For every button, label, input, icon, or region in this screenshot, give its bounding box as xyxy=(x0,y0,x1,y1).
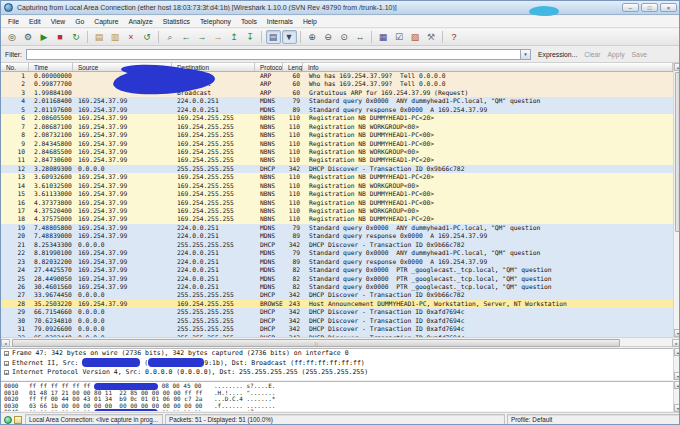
apply-button[interactable]: Apply xyxy=(608,51,625,58)
packet-row[interactable]: 10.00000000BroadcastARP60Who has 169.254… xyxy=(1,72,673,80)
preferences-icon[interactable]: ⚒ xyxy=(424,30,439,44)
resize-columns-icon[interactable]: ↔ xyxy=(353,30,368,44)
scroll-up-icon[interactable]: ▴ xyxy=(674,381,680,389)
detail-line[interactable]: +Internet Protocol Version 4, Src: 0.0.0… xyxy=(1,368,673,378)
packet-row[interactable]: 3070.62348100.0.0.0255.255.255.255DHCP34… xyxy=(1,317,673,325)
restore-button[interactable]: □ xyxy=(641,3,658,12)
packet-row[interactable]: 218.253433000.0.0.0255.255.255.255DHCP34… xyxy=(1,241,673,249)
packet-row[interactable]: 20.99877700BroadcastARP60Who has 169.254… xyxy=(1,80,673,88)
scrollbar-thumb[interactable] xyxy=(675,72,680,232)
find-packet-icon[interactable]: ⌕ xyxy=(163,30,178,44)
menu-go[interactable]: Go xyxy=(70,18,89,25)
help-icon[interactable]: ? xyxy=(447,30,462,44)
capture-file-icon[interactable] xyxy=(14,416,22,424)
packet-list[interactable]: 10.00000000BroadcastARP60Who has 169.254… xyxy=(1,72,673,337)
packet-row[interactable]: 2630.4601560169.254.37.99224.0.0.251MDNS… xyxy=(1,283,673,291)
display-filters-icon[interactable]: ☑ xyxy=(392,30,407,44)
packet-row[interactable]: 133.60932600169.254.37.99169.254.255.255… xyxy=(1,173,673,181)
details-vscrollbar[interactable]: ▴ ▾ xyxy=(673,348,680,380)
detail-line[interactable]: +Ethernet II, Src: (9:1b), Dst: Broadcas… xyxy=(1,359,673,369)
packet-row[interactable]: 102.84685500169.254.37.99169.254.255.255… xyxy=(1,148,673,156)
save-button[interactable]: Save xyxy=(632,51,648,58)
hex-row[interactable]: 004000 00 00 00 00 00 00 00 00 00.......… xyxy=(1,409,673,411)
minimize-button[interactable]: – xyxy=(622,3,639,12)
colorize-toggle-icon[interactable]: ▤ xyxy=(266,30,281,44)
packet-row[interactable]: 42.01168400169.254.37.99224.0.0.251MDNS7… xyxy=(1,97,673,105)
packet-row[interactable]: 238.82032200169.254.37.99224.0.0.251MDNS… xyxy=(1,258,673,266)
reload-icon[interactable]: ↺ xyxy=(140,30,155,44)
expander-icon[interactable]: + xyxy=(4,361,9,366)
packet-list-vscrollbar[interactable]: ▴ ▾ xyxy=(673,63,680,337)
packet-row[interactable]: 112.84730600169.254.37.99169.254.255.255… xyxy=(1,156,673,164)
menu-tools[interactable]: Tools xyxy=(236,18,262,25)
expression-button[interactable]: Expression... xyxy=(538,51,577,58)
packet-row[interactable]: 62.08605500169.254.37.99169.254.255.255N… xyxy=(1,114,673,122)
menu-statistics[interactable]: Statistics xyxy=(158,18,195,25)
go-to-bottom-icon[interactable]: ↧ xyxy=(243,30,258,44)
expander-icon[interactable]: + xyxy=(4,370,9,375)
start-capture-icon[interactable]: ▶ xyxy=(37,30,52,44)
menu-analyze[interactable]: Analyze xyxy=(124,18,158,25)
column-header-time[interactable]: Time xyxy=(29,63,73,71)
go-to-top-icon[interactable]: ↥ xyxy=(227,30,242,44)
go-to-packet-icon[interactable]: → xyxy=(211,30,226,44)
capture-options-icon[interactable]: ⚙ xyxy=(21,30,36,44)
scroll-up-icon[interactable]: ▴ xyxy=(674,63,680,71)
packet-row[interactable]: 31.99884100BroadcastARP60Gratuitous ARP … xyxy=(1,89,673,97)
autoscroll-toggle-icon[interactable]: ▼ xyxy=(282,30,297,44)
column-header-length[interactable]: Length xyxy=(283,63,303,71)
expander-icon[interactable]: + xyxy=(4,351,9,356)
menu-capture[interactable]: Capture xyxy=(89,18,123,25)
packet-row[interactable]: 164.37373800169.254.37.99169.254.255.255… xyxy=(1,199,673,207)
packet-row[interactable]: 123.280893000.0.0.0255.255.255.255DHCP34… xyxy=(1,165,673,173)
scroll-up-icon[interactable]: ▴ xyxy=(674,348,680,356)
packet-bytes-pane[interactable]: 0000ff ff ff ff ff ff 08 00 45 00.......… xyxy=(1,381,673,411)
detail-line[interactable]: +Frame 47: 342 bytes on wire (2736 bits)… xyxy=(1,349,673,359)
packet-row[interactable]: 2966.71546600.0.0.0255.255.255.255DHCP34… xyxy=(1,308,673,316)
packet-row[interactable]: 2427.4425570169.254.37.99224.0.0.251MDNS… xyxy=(1,266,673,274)
menu-view[interactable]: View xyxy=(46,18,71,25)
column-header-no[interactable]: No. xyxy=(1,63,29,71)
menu-edit[interactable]: Edit xyxy=(24,18,46,25)
save-file-icon[interactable]: ▥ xyxy=(108,30,123,44)
filter-combobox[interactable]: ▾ xyxy=(26,49,531,60)
packet-details-pane[interactable]: +Frame 47: 342 bytes on wire (2736 bits)… xyxy=(1,348,673,380)
menu-file[interactable]: File xyxy=(3,18,24,25)
restart-capture-icon[interactable]: ↻ xyxy=(69,30,84,44)
coloring-rules-icon[interactable]: ▨ xyxy=(408,30,423,44)
zoom-in-icon[interactable]: ⊕ xyxy=(305,30,320,44)
zoom-100-icon[interactable]: ⊙ xyxy=(337,30,352,44)
scroll-down-icon[interactable]: ▾ xyxy=(674,404,680,412)
close-button[interactable]: × xyxy=(660,3,677,12)
hex-row[interactable]: 003003 66 1b 00 00 00 00 00 00 00 00 00 … xyxy=(1,403,673,410)
packet-row[interactable]: 184.37575000169.254.37.99169.254.255.255… xyxy=(1,215,673,223)
packet-row[interactable]: 82.08732100169.254.37.99169.254.255.255N… xyxy=(1,131,673,139)
scroll-right-icon[interactable]: ▸ xyxy=(672,339,680,347)
packet-row[interactable]: 2733.96744500.0.0.0255.255.255.255DHCP34… xyxy=(1,291,673,299)
packet-row[interactable]: 228.81990100169.254.37.99224.0.0.251MDNS… xyxy=(1,249,673,257)
expert-info-icon[interactable] xyxy=(4,416,12,424)
packet-row[interactable]: 72.08687100169.254.37.99169.254.255.255N… xyxy=(1,123,673,131)
go-back-icon[interactable]: ← xyxy=(179,30,194,44)
hscrollbar-thumb[interactable]: | | xyxy=(12,339,620,347)
column-header-protocol[interactable]: Protocol xyxy=(255,63,283,71)
packet-row[interactable]: 207.48839000169.254.37.99224.0.0.251MDNS… xyxy=(1,232,673,240)
packet-row[interactable]: 197.48805800169.254.37.99224.0.0.251MDNS… xyxy=(1,224,673,232)
list-interfaces-icon[interactable]: ◎ xyxy=(5,30,20,44)
scroll-down-icon[interactable]: ▾ xyxy=(674,372,680,380)
packet-row[interactable]: 52.01197600169.254.37.99224.0.0.251MDNS8… xyxy=(1,106,673,114)
zoom-out-icon[interactable]: ⊖ xyxy=(321,30,336,44)
packet-row[interactable]: 92.84345800169.254.37.99169.254.255.255N… xyxy=(1,140,673,148)
packet-row[interactable]: 3179.09266000.0.0.0255.255.255.255DHCP34… xyxy=(1,325,673,333)
title-bar[interactable]: Capturing from Local Area Connection (et… xyxy=(1,1,680,15)
packet-row[interactable]: 153.61133000169.254.37.99169.254.255.255… xyxy=(1,190,673,198)
packet-list-hscrollbar[interactable]: ◂ | | ▸ xyxy=(1,337,680,347)
menu-help[interactable]: Help xyxy=(298,18,322,25)
column-header-info[interactable]: Info xyxy=(303,63,673,71)
menu-internals[interactable]: Internals xyxy=(262,18,298,25)
packet-row[interactable]: 2835.2503220169.254.37.99169.254.255.255… xyxy=(1,300,673,308)
scroll-down-icon[interactable]: ▾ xyxy=(674,329,680,337)
profile-text[interactable]: Profile: Default xyxy=(507,414,680,425)
menu-telephony[interactable]: Telephony xyxy=(195,18,236,25)
packet-row[interactable]: 143.61032500169.254.37.99169.254.255.255… xyxy=(1,182,673,190)
